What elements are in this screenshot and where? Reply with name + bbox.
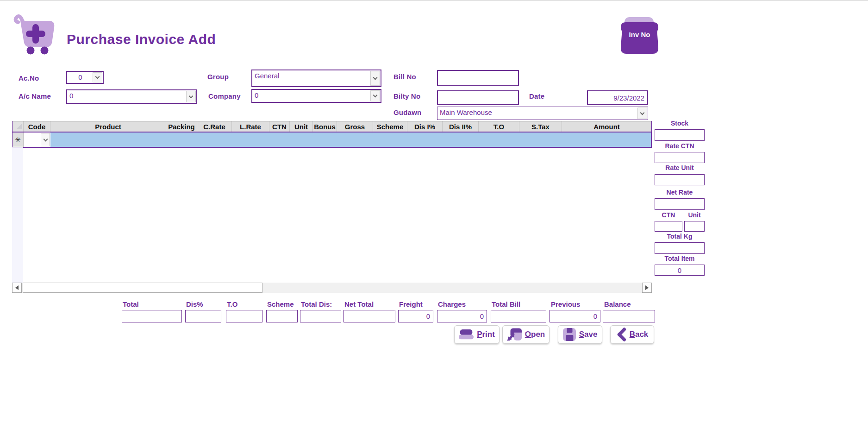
page-title: Purchase Invoice Add (67, 32, 216, 47)
col-header-bonus[interactable]: Bonus (313, 121, 337, 132)
back-chevron-icon (616, 328, 626, 341)
company-dropdown-icon[interactable] (370, 90, 380, 101)
total-kg-input[interactable] (655, 242, 705, 254)
col-header-ctn[interactable]: CTN (269, 121, 290, 132)
net-total-label: Net Total (344, 300, 374, 308)
grid-select-all-corner[interactable] (12, 121, 24, 132)
col-header-packing[interactable]: Packing (166, 121, 197, 132)
balance-label: Balance (604, 300, 631, 308)
unit-input[interactable] (684, 221, 705, 232)
company-value: 0 (252, 90, 259, 102)
inv-no-badge[interactable]: Inv No (619, 17, 660, 55)
total-bill-label: Total Bill (492, 300, 520, 308)
balance-input[interactable] (603, 310, 655, 322)
grid-new-row[interactable]: ✳ (12, 132, 652, 148)
scrollbar-thumb[interactable] (23, 283, 262, 293)
scheme-label: Scheme (267, 300, 294, 308)
open-button[interactable]: Open (502, 325, 550, 344)
col-header-stax[interactable]: S.Tax (519, 121, 562, 132)
new-row-indicator: ✳ (12, 133, 24, 147)
total-dis-input[interactable] (300, 310, 341, 322)
col-header-dis2[interactable]: Dis II% (443, 121, 479, 132)
col-header-crate[interactable]: C.Rate (197, 121, 232, 132)
net-total-input[interactable] (343, 310, 395, 322)
date-label: Date (529, 92, 544, 100)
group-label: Group (207, 73, 229, 81)
invoice-items-grid: Code Product Packing C.Rate L.Rate CTN U… (12, 121, 652, 148)
freight-input[interactable] (398, 310, 433, 322)
ac-name-dropdown-icon[interactable] (186, 91, 196, 102)
ac-name-value: 0 (67, 90, 74, 103)
ctn-label: CTN (653, 211, 684, 219)
purchase-invoice-add-window: Purchase Invoice Add Inv No Ac.No 0 Grou… (0, 0, 868, 423)
total-input[interactable] (122, 310, 182, 322)
code-cell-dropdown-icon[interactable] (41, 133, 50, 146)
total-label: Total (123, 300, 139, 308)
charges-label: Charges (438, 300, 466, 308)
scroll-right-button[interactable] (642, 283, 652, 293)
col-header-to[interactable]: T.O (479, 121, 519, 132)
group-combobox[interactable]: General (251, 69, 381, 87)
col-header-unit[interactable]: Unit (290, 121, 313, 132)
company-combobox[interactable]: 0 (251, 89, 381, 103)
row-header-column-strip (12, 147, 23, 283)
back-button[interactable]: Back (610, 325, 654, 344)
ac-no-dropdown-icon[interactable] (93, 72, 102, 82)
grid-horizontal-scrollbar[interactable] (12, 283, 652, 293)
cart-add-icon (13, 14, 57, 55)
total-kg-label: Total Kg (655, 233, 705, 240)
ac-name-label: A/c Name (19, 92, 51, 100)
ac-no-value: 0 (67, 72, 92, 83)
scroll-left-button[interactable] (12, 283, 22, 293)
col-header-lrate[interactable]: L.Rate (232, 121, 269, 132)
dis-percent-input[interactable] (185, 310, 221, 322)
dis-percent-label: Dis% (186, 300, 203, 308)
bilty-no-input[interactable] (437, 90, 519, 105)
ac-name-combobox[interactable]: 0 (66, 89, 197, 104)
col-header-gross[interactable]: Gross (337, 121, 373, 132)
previous-label: Previous (551, 300, 580, 308)
col-header-product[interactable]: Product (50, 121, 166, 132)
open-icon (507, 328, 522, 341)
ac-no-combobox[interactable]: 0 (66, 71, 104, 84)
ctn-input[interactable] (655, 221, 682, 232)
charges-input[interactable] (437, 310, 487, 322)
total-item-label: Total Item (655, 255, 705, 262)
net-rate-input[interactable] (655, 198, 705, 210)
bill-no-input[interactable] (437, 70, 519, 86)
previous-input[interactable] (550, 310, 600, 322)
total-dis-label: Total Dis: (301, 300, 332, 308)
date-input[interactable] (587, 90, 648, 105)
stock-label: Stock (655, 120, 705, 127)
group-dropdown-icon[interactable] (370, 71, 380, 86)
code-cell[interactable] (24, 133, 50, 147)
freight-label: Freight (399, 300, 423, 308)
total-item-input[interactable] (655, 265, 705, 276)
stock-input[interactable] (655, 129, 705, 141)
save-button[interactable]: Save (558, 325, 602, 344)
gudawn-value: Main Warehouse (437, 107, 493, 120)
col-header-scheme[interactable]: Scheme (373, 121, 407, 132)
rate-ctn-input[interactable] (655, 152, 705, 163)
corner-triangle-icon (16, 124, 22, 129)
company-label: Company (208, 92, 241, 100)
unit-label: Unit (684, 211, 705, 219)
scroll-left-icon (15, 285, 19, 290)
gudawn-dropdown-icon[interactable] (637, 107, 647, 119)
to-input[interactable] (226, 310, 262, 322)
ac-no-label: Ac.No (19, 74, 39, 82)
bill-no-label: Bill No (393, 73, 416, 81)
group-value: General (252, 70, 280, 86)
gudawn-combobox[interactable]: Main Warehouse (437, 107, 648, 120)
rate-unit-input[interactable] (655, 174, 705, 185)
save-icon (563, 328, 576, 341)
col-header-dis1[interactable]: Dis I% (407, 121, 443, 132)
scheme-input[interactable] (266, 310, 298, 322)
print-button[interactable]: Print (454, 325, 500, 344)
col-header-code[interactable]: Code (24, 121, 50, 132)
grid-header-row: Code Product Packing C.Rate L.Rate CTN U… (12, 121, 652, 132)
print-icon (459, 328, 474, 341)
col-header-amount[interactable]: Amount (562, 121, 651, 132)
rate-unit-label: Rate Unit (655, 164, 705, 171)
total-bill-input[interactable] (491, 310, 546, 322)
